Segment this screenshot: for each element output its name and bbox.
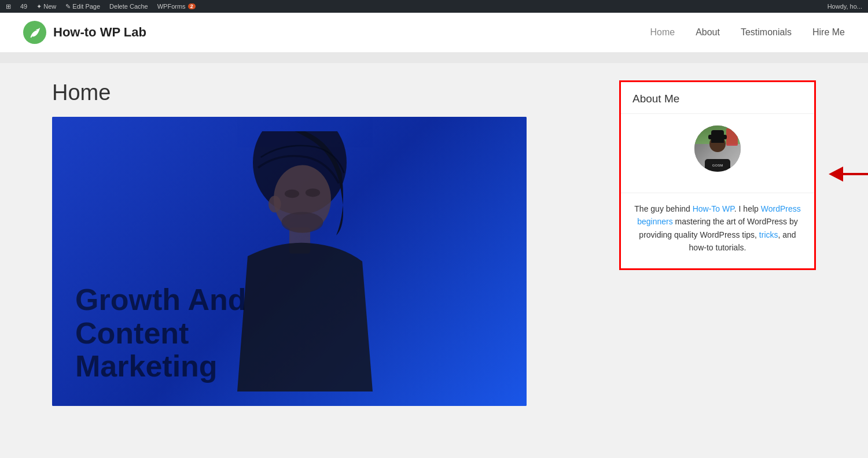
arrow-svg <box>820 160 868 189</box>
svg-point-6 <box>306 189 320 197</box>
admin-bar: ⊞ 49 ✦ New ✎ Edit Page Delete Cache WPFo… <box>0 0 868 13</box>
hero-text: Growth And Content Marketing <box>52 283 247 406</box>
admin-bar-wpforms[interactable]: WPForms 2 <box>157 3 196 10</box>
admin-bar-new[interactable]: ✦ New <box>36 3 56 10</box>
admin-bar-howdy: Howdy, ho... <box>827 3 862 10</box>
wp-icon: ⊞ <box>6 3 11 10</box>
annotation-arrow <box>820 160 868 191</box>
left-column: Home <box>52 80 596 406</box>
site-nav: Home About Testimonials Hire Me <box>650 27 845 38</box>
svg-point-5 <box>285 190 299 198</box>
hero-line2: Content <box>75 316 189 350</box>
svg-point-3 <box>269 196 281 213</box>
wpforms-badge: 2 <box>188 3 196 9</box>
site-title: How-to WP Lab <box>53 25 146 40</box>
hero-line3: Marketing <box>75 349 218 383</box>
bio-link-howto[interactable]: How-To WP <box>693 204 734 213</box>
widget-bio: The guy behind How-To WP. I help WordPre… <box>621 202 814 268</box>
widget-avatar-area: GOSM <box>621 125 814 187</box>
bio-link-tricks[interactable]: tricks <box>759 230 778 239</box>
page-heading: Home <box>52 80 596 105</box>
admin-bar-edit-page[interactable]: ✎ Edit Page <box>65 3 100 10</box>
widget-divider-top <box>621 113 814 114</box>
widget-title: About Me <box>621 82 814 113</box>
header-divider <box>0 53 868 63</box>
site-header: How-to WP Lab Home About Testimonials Hi… <box>0 13 868 53</box>
hero-title: Growth And Content Marketing <box>75 283 247 383</box>
widget-divider-mid <box>621 193 814 193</box>
avatar-placeholder: GOSM <box>694 125 741 172</box>
nav-hire-me[interactable]: Hire Me <box>812 27 845 38</box>
right-column: About Me <box>619 80 816 406</box>
logo-icon <box>23 21 46 44</box>
hero-line1: Growth And <box>75 283 247 316</box>
admin-bar-counter: 49 <box>20 3 27 10</box>
hero-image: Growth And Content Marketing <box>52 117 527 406</box>
nav-about[interactable]: About <box>696 27 720 38</box>
leaf-icon <box>28 26 41 39</box>
svg-point-4 <box>282 212 323 233</box>
about-me-widget: About Me <box>619 80 816 270</box>
svg-marker-8 <box>829 167 843 182</box>
avatar: GOSM <box>694 125 741 172</box>
nav-testimonials[interactable]: Testimonials <box>741 27 792 38</box>
site-logo[interactable]: How-to WP Lab <box>23 21 146 44</box>
main-content: Home <box>29 63 839 429</box>
admin-bar-delete-cache[interactable]: Delete Cache <box>109 3 148 10</box>
nav-home[interactable]: Home <box>650 27 675 38</box>
admin-bar-wp[interactable]: ⊞ <box>6 3 11 10</box>
